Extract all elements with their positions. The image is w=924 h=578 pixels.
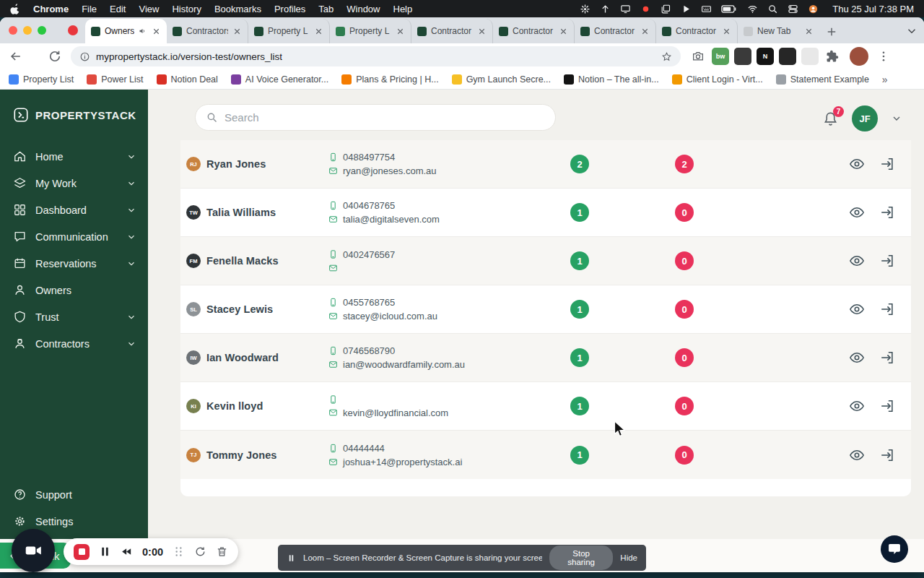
view-owner-button[interactable] xyxy=(849,398,865,414)
open-count-badge[interactable]: 1 xyxy=(570,251,589,270)
owner-name[interactable]: Ian Woodward xyxy=(206,352,279,363)
view-owner-button[interactable] xyxy=(849,301,865,317)
overdue-count-badge[interactable]: 0 xyxy=(675,251,694,270)
owner-row-kevin-lloyd[interactable]: KI Kevin lloyd kevin@lloydfinancial.com … xyxy=(180,382,911,431)
hide-banner-button[interactable]: Hide xyxy=(620,553,637,562)
owner-row-fenella-macks[interactable]: FM Fenella Macks 0402476567 1 0 xyxy=(180,237,911,285)
open-owner-button[interactable] xyxy=(879,253,895,269)
overdue-count-badge[interactable]: 0 xyxy=(675,397,694,415)
chevron-down-icon[interactable] xyxy=(126,259,136,269)
tab-property-l[interactable]: Property L xyxy=(248,19,330,43)
restart-recording-button[interactable] xyxy=(194,545,206,558)
play-icon[interactable] xyxy=(681,4,692,14)
tab-close-icon[interactable] xyxy=(477,27,487,36)
overdue-count-badge[interactable]: 0 xyxy=(675,203,694,222)
address-bar[interactable]: mypropertystack.io/version-test/owners_l… xyxy=(71,46,681,66)
sidebar-item-reservations[interactable]: Reservations xyxy=(0,250,148,277)
sidebar-item-home[interactable]: Home xyxy=(0,143,148,170)
user-avatar[interactable]: JF xyxy=(852,105,878,131)
delete-recording-button[interactable] xyxy=(216,545,228,558)
bookmarks-overflow-chevron[interactable]: » xyxy=(882,74,888,85)
overdue-count-badge[interactable]: 0 xyxy=(675,348,694,367)
pause-recording-button[interactable] xyxy=(99,545,111,558)
bookmark-gym-launch-secre-[interactable]: Gym Launch Secre... xyxy=(452,74,551,85)
loom-camera-bubble[interactable] xyxy=(12,529,55,572)
bookmark-notion-deal[interactable]: Notion Deal xyxy=(157,74,218,85)
tab-owners[interactable]: Owners xyxy=(85,19,167,43)
new-tab-button[interactable] xyxy=(825,25,838,38)
bookmark-ai-voice-generator-[interactable]: AI Voice Generator... xyxy=(231,74,328,85)
tab-contractor[interactable]: Contractor xyxy=(656,19,738,43)
tab-close-icon[interactable] xyxy=(396,27,405,36)
open-count-badge[interactable]: 1 xyxy=(570,348,589,367)
owner-name[interactable]: Talia Williams xyxy=(206,207,276,218)
browser-profile-avatar[interactable] xyxy=(850,47,868,66)
chevron-down-icon[interactable] xyxy=(126,205,136,215)
tab-close-icon[interactable] xyxy=(152,27,161,36)
display-icon[interactable] xyxy=(620,4,631,14)
wifi-icon[interactable] xyxy=(747,4,758,14)
tab-close-icon[interactable] xyxy=(559,27,568,36)
recording-indicator-icon[interactable] xyxy=(68,25,78,35)
apple-menu-icon[interactable] xyxy=(10,3,20,14)
profile-icon[interactable] xyxy=(808,4,819,14)
owner-row-talia-williams[interactable]: TW Talia Williams 0404678765 talia@digit… xyxy=(180,189,911,237)
search-bar[interactable] xyxy=(195,104,556,131)
menubar-menu-history[interactable]: History xyxy=(172,4,201,14)
back-button[interactable] xyxy=(9,49,23,64)
view-owner-button[interactable] xyxy=(849,156,865,172)
menubar-menu-edit[interactable]: Edit xyxy=(110,4,126,14)
bw-extension-icon[interactable]: bw xyxy=(712,48,729,65)
overdue-count-badge[interactable]: 2 xyxy=(675,155,694,173)
menubar-menu-profiles[interactable]: Profiles xyxy=(274,4,305,14)
light-extension-icon[interactable] xyxy=(801,48,819,65)
puzzle-extension-icon[interactable] xyxy=(824,48,841,65)
bookmark-power-list[interactable]: Power List xyxy=(87,74,143,85)
sidebar-item-support[interactable]: Support xyxy=(0,481,148,508)
owner-row-ian-woodward[interactable]: IW Ian Woodward 0746568790 ian@woodwardf… xyxy=(180,334,911,382)
chevron-down-icon[interactable] xyxy=(126,339,136,349)
bookmark-client-login-virt-[interactable]: Client Login - Virt... xyxy=(672,74,763,85)
intercom-chat-button[interactable] xyxy=(881,535,908,563)
minimize-window-button[interactable] xyxy=(23,26,32,35)
chevron-down-icon[interactable] xyxy=(126,232,136,242)
sidebar-item-dashboard[interactable]: Dashboard xyxy=(0,197,148,223)
zoom-window-button[interactable] xyxy=(38,26,46,35)
chevron-down-icon[interactable] xyxy=(126,178,136,189)
open-count-badge[interactable]: 1 xyxy=(570,446,589,465)
blob-extension-icon[interactable] xyxy=(734,48,751,65)
control-center-icon[interactable] xyxy=(788,4,798,14)
tab-contractor[interactable]: Contractor xyxy=(411,19,493,43)
open-owner-button[interactable] xyxy=(879,447,895,463)
owner-name[interactable]: Tommy Jones xyxy=(206,449,277,461)
bookmark-property-list[interactable]: Property List xyxy=(9,74,74,85)
battery-icon[interactable] xyxy=(721,4,738,14)
menubar-menu-bookmarks[interactable]: Bookmarks xyxy=(214,4,261,14)
open-owner-button[interactable] xyxy=(879,350,895,366)
tab-close-icon[interactable] xyxy=(314,27,323,36)
menubar-menu-file[interactable]: File xyxy=(82,4,97,14)
tab-contractor[interactable]: Contractor xyxy=(575,19,656,43)
keyboard-icon[interactable] xyxy=(701,4,712,14)
user-menu-chevron-icon[interactable] xyxy=(891,113,902,124)
tab-close-icon[interactable] xyxy=(232,27,242,36)
sidebar-item-my-work[interactable]: My Work xyxy=(0,170,148,197)
sidebar-item-communication[interactable]: Communication xyxy=(0,223,148,250)
drag-handle-icon[interactable] xyxy=(173,545,185,558)
chevron-down-icon[interactable] xyxy=(126,312,136,322)
camera-extension-icon[interactable] xyxy=(689,48,707,65)
url-text[interactable]: mypropertystack.io/version-test/owners_l… xyxy=(96,51,282,62)
menubar-menu-window[interactable]: Window xyxy=(346,4,380,14)
menubar-menu-tab[interactable]: Tab xyxy=(318,4,334,14)
open-owner-button[interactable] xyxy=(879,204,895,220)
overdue-count-badge[interactable]: 0 xyxy=(675,300,694,319)
bookmark-statement-example[interactable]: Statement Example xyxy=(776,74,869,85)
stack-icon[interactable] xyxy=(661,4,671,14)
overdue-count-badge[interactable]: 0 xyxy=(675,446,694,465)
owner-row-tommy-jones[interactable]: TJ Tommy Jones 04444444 joshua+14@proper… xyxy=(180,431,911,479)
view-owner-button[interactable] xyxy=(849,253,865,269)
open-count-badge[interactable]: 2 xyxy=(570,155,589,173)
view-owner-button[interactable] xyxy=(849,204,865,220)
owner-name[interactable]: Fenella Macks xyxy=(206,255,279,267)
owner-row-ryan-jones[interactable]: RJ Ryan Jones 0488497754 ryan@joneses.co… xyxy=(180,140,911,189)
